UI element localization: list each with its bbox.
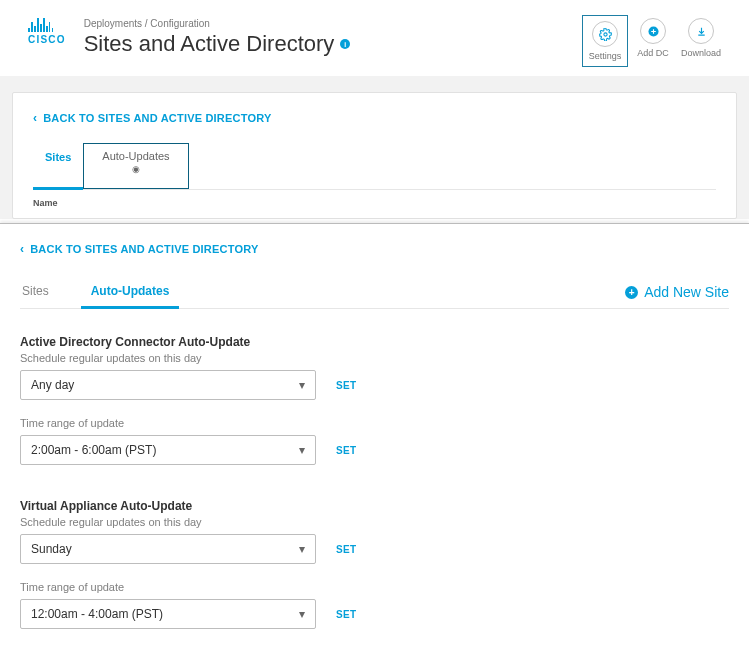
va-title: Virtual Appliance Auto-Update — [20, 499, 729, 513]
gear-icon — [592, 21, 618, 47]
page-title: Sites and Active Directory i — [84, 31, 585, 57]
add-new-site-button[interactable]: + Add New Site — [625, 284, 729, 300]
tab-auto-updates[interactable]: Auto-Updates — [81, 276, 180, 309]
ad-day-label: Schedule regular updates on this day — [20, 352, 729, 364]
tab-sites[interactable]: Sites — [33, 143, 83, 190]
ad-time-select[interactable]: 2:00am - 6:00am (PST) ▾ — [20, 435, 316, 465]
ad-day-select[interactable]: Any day ▾ — [20, 370, 316, 400]
panel-auto-updates: ‹ BACK TO SITES AND ACTIVE DIRECTORY Sit… — [0, 223, 749, 659]
cisco-logo: CISCO — [28, 18, 66, 45]
ad-time-label: Time range of update — [20, 417, 729, 429]
add-dc-button[interactable]: Add DC — [633, 18, 673, 64]
plus-icon — [640, 18, 666, 44]
app-header: CISCO Deployments / Configuration Sites … — [0, 0, 749, 72]
chevron-down-icon: ▾ — [299, 607, 305, 621]
va-day-label: Schedule regular updates on this day — [20, 516, 729, 528]
column-name: Name — [33, 198, 716, 208]
tab-auto-updates-hover[interactable]: Auto-Updates ◉ — [83, 143, 188, 189]
ad-day-set-button[interactable]: SET — [336, 380, 356, 391]
va-day-set-button[interactable]: SET — [336, 544, 356, 555]
va-time-set-button[interactable]: SET — [336, 609, 356, 620]
back-link[interactable]: ‹ BACK TO SITES AND ACTIVE DIRECTORY — [33, 111, 716, 125]
va-time-label: Time range of update — [20, 581, 729, 593]
ad-time-set-button[interactable]: SET — [336, 445, 356, 456]
breadcrumb[interactable]: Deployments / Configuration — [84, 18, 585, 29]
panel-sites-preview: ‹ BACK TO SITES AND ACTIVE DIRECTORY Sit… — [0, 76, 749, 219]
download-icon — [688, 18, 714, 44]
tab-sites[interactable]: Sites — [20, 276, 51, 308]
settings-button[interactable]: Settings — [585, 18, 625, 64]
va-day-select[interactable]: Sunday ▾ — [20, 534, 316, 564]
info-icon[interactable]: i — [340, 39, 350, 49]
chevron-left-icon: ‹ — [20, 242, 24, 256]
back-link[interactable]: ‹ BACK TO SITES AND ACTIVE DIRECTORY — [20, 242, 729, 256]
svg-point-0 — [603, 32, 606, 35]
chevron-down-icon: ▾ — [299, 378, 305, 392]
download-button[interactable]: Download — [681, 18, 721, 64]
cursor-icon: ◉ — [102, 164, 169, 174]
chevron-down-icon: ▾ — [299, 443, 305, 457]
va-time-select[interactable]: 12:00am - 4:00am (PST) ▾ — [20, 599, 316, 629]
chevron-left-icon: ‹ — [33, 111, 37, 125]
chevron-down-icon: ▾ — [299, 542, 305, 556]
plus-circle-icon: + — [625, 286, 638, 299]
ad-connector-title: Active Directory Connector Auto-Update — [20, 335, 729, 349]
